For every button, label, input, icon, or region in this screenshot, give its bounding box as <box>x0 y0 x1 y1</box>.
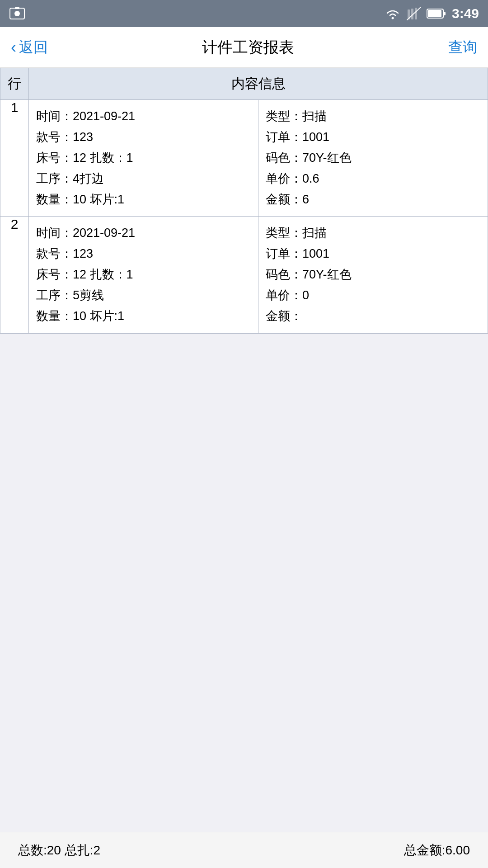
svg-rect-6 <box>415 8 417 19</box>
table-row: 2时间：2021-09-21款号：123床号：12 扎数：1工序：5剪线数量：1… <box>0 217 488 333</box>
content-line: 类型：扫描 <box>266 106 480 127</box>
row-right-col: 类型：扫描订单：1001码色：70Y-红色单价：0.6金额：6 <box>258 100 488 216</box>
query-button[interactable]: 查询 <box>448 38 477 57</box>
footer-total-amount: 总金额:6.00 <box>404 842 470 859</box>
status-bar-left <box>9 5 25 22</box>
photo-icon <box>9 5 25 22</box>
wifi-icon <box>384 7 401 20</box>
back-button[interactable]: ‹ 返回 <box>11 38 48 57</box>
content-line: 单价：0.6 <box>266 169 480 189</box>
content-line: 床号：12 扎数：1 <box>36 148 251 169</box>
content-line: 时间：2021-09-21 <box>36 106 251 127</box>
content-line: 工序：5剪线 <box>36 285 251 306</box>
svg-rect-9 <box>428 10 441 17</box>
row-content: 时间：2021-09-21款号：123床号：12 扎数：1工序：4打边数量：10… <box>29 100 488 217</box>
svg-point-3 <box>391 17 394 19</box>
content-line: 订单：1001 <box>266 244 480 264</box>
col-header-row: 行 <box>0 68 29 100</box>
content-line: 类型：扫描 <box>266 223 480 244</box>
back-label[interactable]: 返回 <box>19 38 48 57</box>
status-bar-right: 3:49 <box>384 6 479 21</box>
back-chevron-icon: ‹ <box>11 38 16 57</box>
page-title: 计件工资报表 <box>202 37 294 58</box>
row-left-col: 时间：2021-09-21款号：123床号：12 扎数：1工序：4打边数量：10… <box>29 100 258 216</box>
content-line: 款号：123 <box>36 244 251 264</box>
content-line: 码色：70Y-红色 <box>266 264 480 285</box>
content-line: 金额： <box>266 306 480 327</box>
nav-bar: ‹ 返回 计件工资报表 查询 <box>0 27 488 68</box>
status-time: 3:49 <box>452 6 479 21</box>
content-line: 工序：4打边 <box>36 169 251 189</box>
table-header: 行 内容信息 <box>0 68 488 100</box>
table-container: 行 内容信息 1时间：2021-09-21款号：123床号：12 扎数：1工序：… <box>0 68 488 832</box>
signal-icon <box>407 7 421 20</box>
svg-rect-2 <box>15 7 19 9</box>
row-number: 1 <box>0 100 29 217</box>
content-line: 订单：1001 <box>266 127 480 148</box>
content-line: 数量：10 坏片:1 <box>36 306 251 327</box>
battery-icon <box>427 8 446 19</box>
footer-total-count: 总数:20 总扎:2 <box>18 842 100 859</box>
table-row: 1时间：2021-09-21款号：123床号：12 扎数：1工序：4打边数量：1… <box>0 100 488 217</box>
row-number: 2 <box>0 217 29 333</box>
col-header-content: 内容信息 <box>29 68 488 100</box>
content-line: 床号：12 扎数：1 <box>36 264 251 285</box>
row-content: 时间：2021-09-21款号：123床号：12 扎数：1工序：5剪线数量：10… <box>29 217 488 333</box>
data-table: 行 内容信息 1时间：2021-09-21款号：123床号：12 扎数：1工序：… <box>0 68 488 334</box>
status-bar: 3:49 <box>0 0 488 27</box>
content-line: 数量：10 坏片:1 <box>36 189 251 210</box>
content-line: 金额：6 <box>266 189 480 210</box>
content-line: 款号：123 <box>36 127 251 148</box>
content-line: 时间：2021-09-21 <box>36 223 251 244</box>
footer: 总数:20 总扎:2 总金额:6.00 <box>0 832 488 868</box>
content-line: 码色：70Y-红色 <box>266 148 480 169</box>
row-right-col: 类型：扫描订单：1001码色：70Y-红色单价：0金额： <box>258 217 488 333</box>
row-left-col: 时间：2021-09-21款号：123床号：12 扎数：1工序：5剪线数量：10… <box>29 217 258 333</box>
svg-point-1 <box>14 11 20 16</box>
content-line: 单价：0 <box>266 285 480 306</box>
svg-rect-10 <box>443 12 446 15</box>
